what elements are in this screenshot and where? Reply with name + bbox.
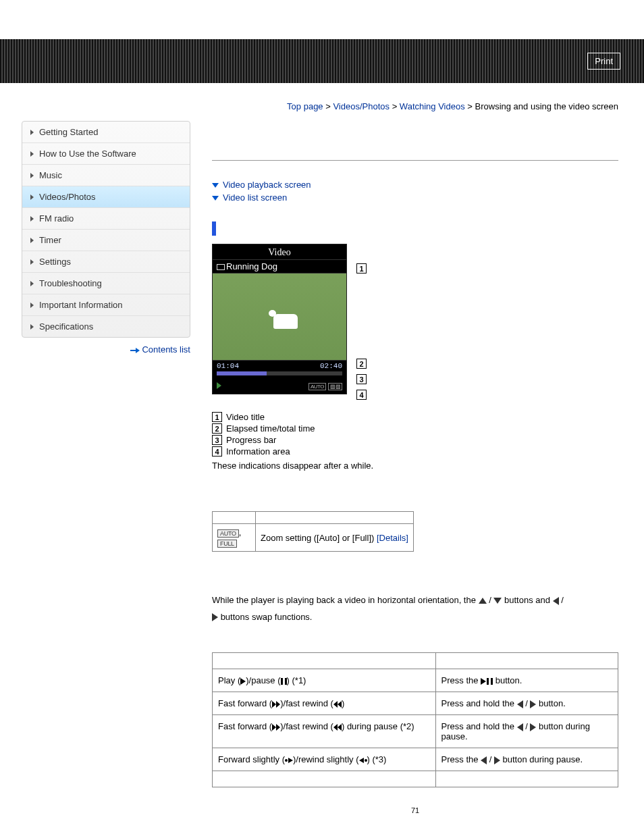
- nav-music[interactable]: Music: [22, 165, 190, 186]
- play-icon: [217, 382, 221, 389]
- legend-text: Progress bar: [226, 435, 276, 445]
- nav-how-to-use[interactable]: How to Use the Software: [22, 143, 190, 165]
- badge-full: FULL: [217, 540, 237, 548]
- crumb-current: Browsing and using the video screen: [475, 101, 618, 111]
- triangle-right-icon: [212, 613, 218, 621]
- main-content: Video playback screen Video list screen …: [190, 121, 644, 814]
- device-screenshot: Video Running Dog 01:0402:40 AUTO▨▨: [212, 244, 347, 394]
- breadcrumb: Top page > Videos/Photos > Watching Vide…: [0, 83, 644, 111]
- dog-graphic: [273, 314, 298, 329]
- nav-label: FM radio: [39, 213, 74, 224]
- op-action: Forward slightly ()/rewind slightly () (…: [213, 748, 436, 771]
- table-row: Play ()/pause () (*1) Press the button.: [213, 669, 618, 692]
- sidebar: Getting Started How to Use the Software …: [22, 121, 190, 355]
- screen-timebar: 01:0402:40: [213, 361, 346, 371]
- nav-troubleshooting[interactable]: Troubleshooting: [22, 273, 190, 294]
- nav-fm-radio[interactable]: FM radio: [22, 208, 190, 230]
- zoom-table: AUTO, FULL Zoom setting ([Auto] or [Full…: [212, 511, 414, 552]
- zoom-details-link[interactable]: [Details]: [377, 533, 408, 543]
- chevron-right-icon: [30, 238, 34, 243]
- legend-tag-2: 2: [212, 423, 222, 434]
- chevron-right-icon: [30, 216, 34, 221]
- arrow-right-icon: [136, 348, 140, 353]
- op-how: Press the / button during pause.: [435, 748, 618, 771]
- nav-label: Settings: [39, 257, 71, 267]
- chevron-right-icon: [30, 173, 34, 178]
- triangle-left-icon: [517, 723, 523, 731]
- callout-1: 1: [356, 263, 367, 273]
- screen-video-area: [213, 273, 346, 361]
- nav-list: Getting Started How to Use the Software …: [22, 121, 190, 338]
- anchor-video-list[interactable]: Video list screen: [212, 192, 618, 203]
- nav-settings[interactable]: Settings: [22, 251, 190, 273]
- section-accent: [212, 221, 216, 236]
- legend-text: Information area: [226, 446, 290, 457]
- legend-note: These indications disappear after a whil…: [212, 461, 618, 471]
- nav-label: Troubleshooting: [39, 278, 102, 288]
- chevron-right-icon: [30, 303, 34, 308]
- nav-label: Important Information: [39, 300, 123, 310]
- screen-badges: AUTO▨▨: [306, 380, 342, 390]
- operations-table: Play ()/pause () (*1) Press the button. …: [212, 652, 618, 787]
- op-how: Press and hold the / button.: [435, 692, 618, 715]
- triangle-left-icon: [553, 597, 559, 605]
- triangle-down-icon: [212, 196, 219, 201]
- play-pause-icon: [481, 678, 493, 685]
- chevron-right-icon: [30, 259, 34, 265]
- op-action: Fast forward ()/fast rewind () during pa…: [213, 715, 436, 748]
- zoom-icons-cell: AUTO, FULL: [213, 524, 256, 552]
- crumb-1[interactable]: Videos/Photos: [333, 101, 390, 111]
- nav-timer[interactable]: Timer: [22, 230, 190, 251]
- nav-getting-started[interactable]: Getting Started: [22, 122, 190, 143]
- nav-label: Videos/Photos: [39, 192, 96, 202]
- screen-progress: [217, 371, 342, 375]
- triangle-left-icon: [481, 756, 487, 764]
- divider: [212, 160, 618, 161]
- fast-forward-icon: [272, 701, 280, 708]
- table-row: Forward slightly ()/rewind slightly () (…: [213, 748, 618, 771]
- callout-3: 3: [356, 374, 367, 384]
- op-how: Press the button.: [435, 669, 618, 692]
- nav-specifications[interactable]: Specifications: [22, 316, 190, 337]
- op-how: Press and hold the / button during pause…: [435, 715, 618, 748]
- nav-label: Specifications: [39, 321, 93, 332]
- pause-icon: [281, 678, 287, 685]
- nav-label: Getting Started: [39, 127, 98, 137]
- op-action: Fast forward ()/fast rewind (): [213, 692, 436, 715]
- nav-important-info[interactable]: Important Information: [22, 294, 190, 316]
- table-row: Fast forward ()/fast rewind () during pa…: [213, 715, 618, 748]
- header-band: Print: [0, 39, 644, 83]
- anchor-links: Video playback screen Video list screen: [212, 180, 618, 203]
- legend: 1Video title 2Elapsed time/total time 3P…: [212, 412, 618, 457]
- nav-label: Music: [39, 170, 62, 180]
- nav-label: How to Use the Software: [39, 149, 136, 159]
- hint-text: While the player is playing back a video…: [212, 592, 618, 625]
- triangle-right-icon: [494, 756, 500, 764]
- legend-text: Video title: [226, 412, 265, 422]
- triangle-up-icon: [479, 598, 487, 604]
- callout-4: 4: [356, 390, 367, 400]
- chevron-right-icon: [30, 324, 34, 330]
- chevron-right-icon: [30, 130, 34, 135]
- callout-column: 1 2 3 4: [356, 244, 369, 400]
- crumb-top[interactable]: Top page: [287, 101, 323, 111]
- screen-info-area: AUTO▨▨: [213, 379, 346, 394]
- triangle-down-icon: [212, 183, 219, 188]
- crumb-2[interactable]: Watching Videos: [400, 101, 465, 111]
- triangle-down-icon: [493, 598, 502, 604]
- fast-rewind-icon: [333, 701, 342, 708]
- step-back-icon: [359, 758, 367, 763]
- step-forward-icon: [285, 758, 293, 763]
- fast-forward-icon: [272, 724, 280, 731]
- anchor-video-playback[interactable]: Video playback screen: [212, 180, 618, 190]
- nav-label: Timer: [39, 235, 61, 245]
- nav-videos-photos[interactable]: Videos/Photos: [22, 186, 190, 208]
- chevron-right-icon: [30, 151, 34, 157]
- legend-text: Elapsed time/total time: [226, 423, 315, 434]
- icon-badge: [217, 264, 225, 270]
- contents-list-link[interactable]: Contents list: [142, 344, 190, 355]
- page-number: 71: [212, 806, 618, 814]
- op-action: Play ()/pause () (*1): [213, 669, 436, 692]
- print-button[interactable]: Print: [587, 53, 620, 70]
- legend-tag-3: 3: [212, 435, 222, 445]
